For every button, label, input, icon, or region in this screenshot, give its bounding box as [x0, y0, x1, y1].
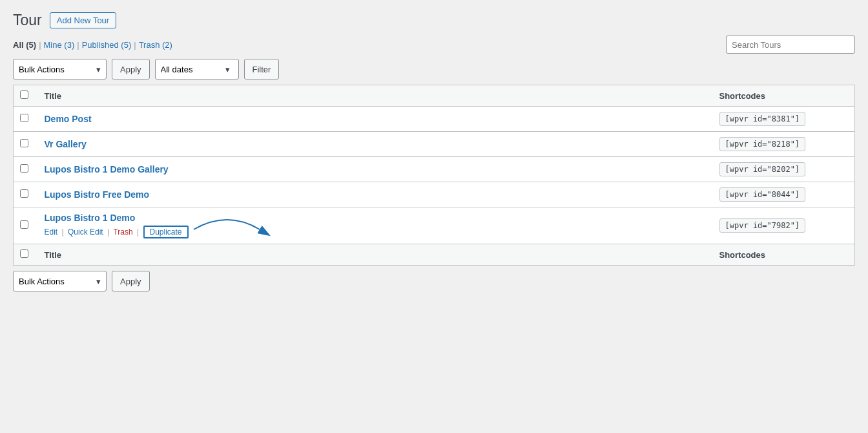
tours-table: Title Shortcodes Demo Post[wpvr id="8381… — [13, 85, 855, 266]
row-checkbox[interactable] — [20, 139, 28, 147]
filter-trash-link[interactable]: Trash (2) — [139, 40, 172, 50]
apply-button-bottom[interactable]: Apply — [112, 271, 150, 291]
arrow-annotation — [189, 216, 266, 242]
shortcodes-footer-header: Shortcodes — [713, 244, 855, 266]
title-footer-header: Title — [38, 244, 713, 266]
table-row: Lupos Bistro Free Demo[wpvr id="8044"] — [14, 182, 855, 207]
edit-link[interactable]: Edit — [45, 227, 58, 237]
page-title: Tour — [13, 12, 42, 29]
row-title-link[interactable]: Demo Post — [45, 114, 92, 124]
row-checkbox[interactable] — [20, 164, 28, 173]
table-row: Demo Post[wpvr id="8381"] — [14, 107, 855, 132]
bulk-actions-dropdown-top[interactable]: Bulk Actions ▾ — [13, 59, 107, 79]
bulk-actions-select-bottom[interactable]: Bulk Actions — [19, 277, 96, 286]
add-new-tour-button[interactable]: Add New Tour — [50, 12, 116, 28]
shortcode-badge: [wpvr id="8202"] — [719, 162, 806, 176]
table-row: Lupos Bistro 1 Demo Gallery[wpvr id="820… — [14, 157, 855, 182]
row-checkbox[interactable] — [20, 114, 28, 122]
bulk-actions-arrow-icon: ▾ — [96, 65, 101, 74]
bulk-actions-select-top[interactable]: Bulk Actions — [19, 65, 96, 74]
table-row: Lupos Bistro 1 DemoEdit | Quick Edit | T… — [14, 207, 855, 244]
row-title-link[interactable]: Lupos Bistro Free Demo — [45, 189, 150, 200]
quick-edit-link[interactable]: Quick Edit — [68, 227, 103, 237]
row-title-link[interactable]: Lupos Bistro 1 Demo — [45, 213, 136, 223]
row-checkbox[interactable] — [20, 189, 28, 198]
dates-arrow-icon: ▾ — [225, 65, 230, 74]
table-row: Vr Gallery[wpvr id="8218"] — [14, 132, 855, 157]
tablenav-bottom: Bulk Actions ▾ Apply — [13, 271, 855, 291]
trash-link[interactable]: Trash — [113, 227, 132, 237]
row-checkbox[interactable] — [20, 220, 28, 229]
bulk-actions-dropdown-bottom[interactable]: Bulk Actions ▾ — [13, 271, 107, 291]
duplicate-wrapper: Duplicate — [143, 226, 189, 238]
row-title-link[interactable]: Vr Gallery — [45, 139, 87, 149]
dates-dropdown-top[interactable]: All dates ▾ — [155, 59, 239, 79]
filter-published-link[interactable]: Published (5) — [82, 40, 132, 50]
filter-button-top[interactable]: Filter — [244, 59, 280, 79]
shortcode-badge: [wpvr id="8218"] — [719, 137, 806, 151]
bulk-actions-bottom-arrow-icon: ▾ — [96, 277, 101, 286]
select-all-checkbox[interactable] — [20, 90, 28, 99]
shortcode-badge: [wpvr id="7982"] — [719, 218, 806, 233]
row-actions: Edit | Quick Edit | Trash | Duplicate — [45, 226, 707, 238]
select-all-footer — [14, 244, 38, 266]
tablenav-top: Bulk Actions ▾ Apply All dates ▾ Filter — [13, 59, 855, 79]
select-all-footer-checkbox[interactable] — [20, 249, 28, 258]
title-column-header: Title — [38, 85, 713, 107]
search-tours-input[interactable] — [726, 36, 855, 54]
select-all-header — [14, 85, 38, 107]
filter-mine-link[interactable]: Mine (3) — [44, 40, 75, 50]
duplicate-button[interactable]: Duplicate — [143, 226, 189, 238]
apply-button-top[interactable]: Apply — [112, 59, 150, 79]
shortcode-badge: [wpvr id="8044"] — [719, 187, 806, 202]
row-title-link[interactable]: Lupos Bistro 1 Demo Gallery — [45, 164, 169, 174]
shortcode-badge: [wpvr id="8381"] — [719, 112, 806, 126]
filter-links: All (5) | Mine (3) | Published (5) | Tra… — [13, 36, 855, 54]
filter-all-link[interactable]: All (5) — [13, 40, 36, 50]
dates-select-top[interactable]: All dates — [161, 65, 225, 74]
shortcodes-column-header: Shortcodes — [713, 85, 855, 107]
